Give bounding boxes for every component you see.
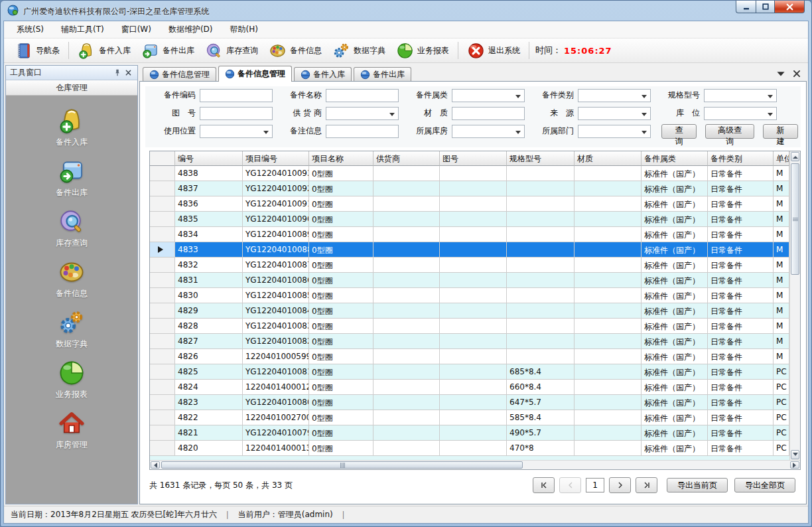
cell-r10c0[interactable]: 4828 [175, 319, 243, 334]
cell-r17c4[interactable] [440, 425, 507, 441]
table-row[interactable]: 4832YG122040100870型圈标准件（国产）日常备件M [150, 258, 789, 273]
cell-r2c6[interactable] [575, 196, 642, 212]
cell-r13c3[interactable] [373, 364, 440, 380]
table-row[interactable]: 4829YG122040100840型圈标准件（国产）日常备件M [150, 303, 789, 319]
row-selector-cell[interactable] [150, 441, 175, 456]
part-class-select[interactable] [452, 89, 525, 102]
cell-r2c7[interactable]: 标准件（国产） [642, 196, 708, 212]
close-panel-icon[interactable] [123, 68, 133, 78]
tab-2[interactable]: 备件入库 [294, 67, 352, 81]
cell-r13c2[interactable]: 0型圈 [309, 364, 373, 380]
horizontal-scrollbar-thumb[interactable] [161, 461, 523, 469]
toolbar-button-exit-system[interactable]: 退出系统 [462, 40, 525, 62]
next-page-button[interactable] [609, 477, 631, 493]
table-row[interactable]: 4836YG122040100910型圈标准件（国产）日常备件M [150, 196, 789, 212]
menu-item-1[interactable]: 辅助工具(T) [52, 21, 113, 38]
cell-r14c9[interactable]: PC [774, 380, 789, 395]
table-row[interactable]: 4830YG122040100850型圈标准件（国产）日常备件M [150, 288, 789, 303]
cell-r10c3[interactable] [373, 319, 440, 334]
cell-r5c3[interactable] [373, 242, 440, 258]
cell-r0c2[interactable]: 0型圈 [309, 166, 373, 181]
cell-r4c8[interactable]: 日常备件 [708, 227, 774, 242]
table-row[interactable]: 4828YG122040100830型圈标准件（国产）日常备件M [150, 319, 789, 334]
table-row[interactable]: 4821YG122040100790型圈490*5.7标准件（国产）日常备件PC [150, 425, 789, 441]
cell-r8c2[interactable]: 0型圈 [309, 288, 373, 303]
cell-r11c5[interactable] [507, 334, 575, 349]
vertical-scrollbar[interactable] [789, 151, 800, 460]
cell-r2c8[interactable]: 日常备件 [708, 196, 774, 212]
cell-r12c7[interactable]: 标准件（国产） [642, 349, 708, 364]
stock-location-select[interactable] [704, 107, 777, 120]
cell-r15c8[interactable]: 日常备件 [708, 395, 774, 410]
cell-r6c0[interactable]: 4832 [175, 258, 243, 273]
cell-r12c8[interactable]: 日常备件 [708, 349, 774, 364]
cell-r5c9[interactable]: M [774, 242, 789, 258]
cell-r2c5[interactable] [507, 196, 575, 212]
cell-r0c4[interactable] [440, 166, 507, 181]
part-code-input[interactable] [200, 89, 273, 102]
cell-r9c4[interactable] [440, 303, 507, 319]
table-row[interactable]: 482012204014000130型圈470*8标准件（国产）日常备件PC [150, 441, 789, 456]
cell-r16c9[interactable]: PC [774, 410, 789, 425]
cell-r0c7[interactable]: 标准件（国产） [642, 166, 708, 181]
cell-r15c5[interactable]: 647*5.7 [507, 395, 575, 410]
column-header-5[interactable]: 规格型号 [507, 151, 575, 166]
cell-r2c9[interactable]: M [774, 196, 789, 212]
row-selector-cell[interactable] [150, 380, 175, 395]
cell-r1c1[interactable]: YG12204010092 [243, 181, 309, 196]
cell-r10c8[interactable]: 日常备件 [708, 319, 774, 334]
cell-r12c2[interactable]: 0型圈 [309, 349, 373, 364]
row-selector-cell[interactable] [150, 303, 175, 319]
cell-r18c9[interactable]: PC [774, 441, 789, 456]
table-row[interactable]: 4837YG122040100920型圈标准件（国产）日常备件M [150, 181, 789, 196]
close-tab-icon[interactable] [792, 70, 801, 78]
cell-r10c2[interactable]: 0型圈 [309, 319, 373, 334]
cell-r4c7[interactable]: 标准件（国产） [642, 227, 708, 242]
cell-r8c4[interactable] [440, 288, 507, 303]
cell-r4c0[interactable]: 4834 [175, 227, 243, 242]
cell-r7c8[interactable]: 日常备件 [708, 273, 774, 288]
sidebar-item-inventory-query[interactable]: 库存查询 [56, 208, 88, 249]
cell-r0c3[interactable] [373, 166, 440, 181]
cell-r15c9[interactable]: PC [774, 395, 789, 410]
cell-r12c5[interactable] [507, 349, 575, 364]
row-selector-cell[interactable] [150, 349, 175, 364]
cell-r13c6[interactable] [575, 364, 642, 380]
cell-r2c4[interactable] [440, 196, 507, 212]
cell-r10c1[interactable]: YG12204010083 [243, 319, 309, 334]
cell-r3c8[interactable]: 日常备件 [708, 212, 774, 227]
cell-r11c9[interactable]: M [774, 334, 789, 349]
cell-r6c8[interactable]: 日常备件 [708, 258, 774, 273]
cell-r11c8[interactable]: 日常备件 [708, 334, 774, 349]
row-selector-cell[interactable] [150, 196, 175, 212]
column-header-9[interactable]: 单位 [774, 151, 789, 166]
cell-r0c8[interactable]: 日常备件 [708, 166, 774, 181]
cell-r7c0[interactable]: 4831 [175, 273, 243, 288]
row-selector-cell[interactable] [150, 242, 175, 258]
cell-r11c2[interactable]: 0型圈 [309, 334, 373, 349]
cell-r18c2[interactable]: 0型圈 [309, 441, 373, 456]
table-row[interactable]: 4825YG122040100810型圈685*8.4标准件（国产）日常备件PC [150, 364, 789, 380]
cell-r2c2[interactable]: 0型圈 [309, 196, 373, 212]
cell-r12c0[interactable]: 4826 [175, 349, 243, 364]
cell-r12c9[interactable]: M [774, 349, 789, 364]
cell-r6c6[interactable] [575, 258, 642, 273]
cell-r4c5[interactable] [507, 227, 575, 242]
cell-r10c6[interactable] [575, 319, 642, 334]
cell-r11c6[interactable] [575, 334, 642, 349]
cell-r17c7[interactable]: 标准件（国产） [642, 425, 708, 441]
toolbar-button-data-dictionary[interactable]: 数据字典 [327, 40, 391, 62]
cell-r10c9[interactable]: M [774, 319, 789, 334]
scroll-up-button[interactable] [791, 152, 799, 161]
export-current-page-button[interactable]: 导出当前页 [667, 478, 728, 492]
cell-r1c0[interactable]: 4837 [175, 181, 243, 196]
spec-model-select[interactable] [704, 89, 777, 102]
cell-r6c7[interactable]: 标准件（国产） [642, 258, 708, 273]
cell-r3c3[interactable] [373, 212, 440, 227]
cell-r6c1[interactable]: YG12204010087 [243, 258, 309, 273]
cell-r7c3[interactable] [373, 273, 440, 288]
cell-r16c0[interactable]: 4822 [175, 410, 243, 425]
cell-r14c5[interactable]: 660*8.4 [507, 380, 575, 395]
cell-r5c8[interactable]: 日常备件 [708, 242, 774, 258]
cell-r16c2[interactable]: 0型圈 [309, 410, 373, 425]
